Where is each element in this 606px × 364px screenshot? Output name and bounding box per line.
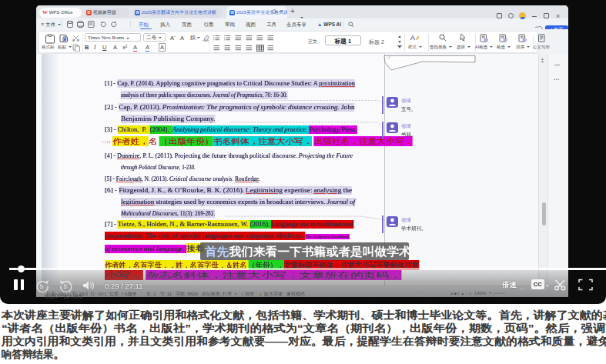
svg-text:5: 5 — [64, 283, 68, 290]
svg-text:A: A — [410, 34, 415, 42]
svg-text:5: 5 — [40, 283, 44, 290]
